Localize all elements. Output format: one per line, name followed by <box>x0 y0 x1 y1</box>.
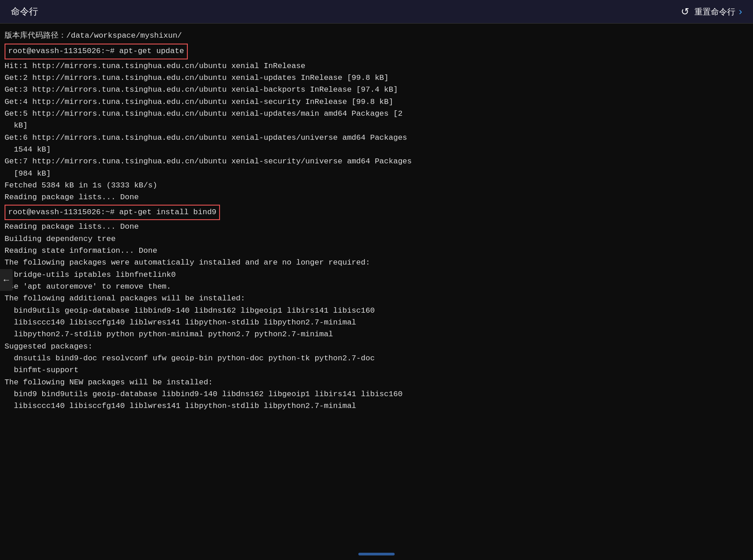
topbar: 命令行 ↺ 重置命令行 › <box>0 0 753 24</box>
output-line: libisccc140 libisccfg140 liblwres141 lib… <box>5 400 748 412</box>
output-line: Hit:1 http://mirrors.tuna.tsinghua.edu.c… <box>5 60 748 72</box>
output-line: The following additional packages will b… <box>5 293 748 305</box>
output-line: Get:6 http://mirrors.tuna.tsinghua.edu.c… <box>5 132 748 144</box>
terminal: 版本库代码路径：/data/workspace/myshixun/ root@e… <box>0 24 753 554</box>
reset-label[interactable]: 重置命令行 <box>694 6 735 17</box>
output-line: Fetched 5384 kB in 1s (3333 kB/s) <box>5 180 748 192</box>
output-line: Get:7 http://mirrors.tuna.tsinghua.edu.c… <box>5 156 748 167</box>
output-line: Get:4 http://mirrors.tuna.tsinghua.edu.c… <box>5 96 748 108</box>
output-line: kB] <box>5 120 748 132</box>
output-line: Get:3 http://mirrors.tuna.tsinghua.edu.c… <box>5 84 748 96</box>
output-block-2: Reading package lists... DoneBuilding de… <box>5 221 748 413</box>
output-line: 1544 kB] <box>5 144 748 156</box>
output-block-1: Hit:1 http://mirrors.tuna.tsinghua.edu.c… <box>5 60 748 204</box>
cmd2-box: root@evassh-11315026:~# apt-get install … <box>5 205 748 221</box>
output-line: The following packages were automaticall… <box>5 257 748 269</box>
cmd2-command: root@evassh-11315026:~# apt-get install … <box>5 205 220 220</box>
output-line: dnsutils bind9-doc resolvconf ufw geoip-… <box>5 353 748 364</box>
output-line: Suggested packages: <box>5 341 748 353</box>
path-line: 版本库代码路径：/data/workspace/myshixun/ <box>5 30 748 42</box>
cmd1-command: root@evassh-11315026:~# apt-get update <box>5 44 188 59</box>
back-button[interactable]: ← <box>0 269 13 291</box>
output-line: [984 kB] <box>5 168 748 180</box>
output-line: Reading package lists... Done <box>5 221 748 233</box>
output-line: binfmt-support <box>5 364 748 376</box>
output-line: bridge-utils iptables libnfnetlink0 <box>5 269 748 281</box>
output-line: bind9utils geoip-database libbind9-140 l… <box>5 305 748 317</box>
output-line: bind9 bind9utils geoip-database libbind9… <box>5 388 748 400</box>
output-line: libpython2.7-stdlib python python-minima… <box>5 329 748 340</box>
output-line: The following NEW packages will be insta… <box>5 377 748 388</box>
output-line: Get:2 http://mirrors.tuna.tsinghua.edu.c… <box>5 72 748 84</box>
output-line: Get:5 http://mirrors.tuna.tsinghua.edu.c… <box>5 108 748 120</box>
topbar-title: 命令行 <box>11 5 38 18</box>
output-line: Reading package lists... Done <box>5 192 748 203</box>
reset-icon: ↺ <box>681 6 689 18</box>
output-line: Reading state information... Done <box>5 245 748 257</box>
output-line: libisccc140 libisccfg140 liblwres141 lib… <box>5 317 748 329</box>
cmd1-box: root@evassh-11315026:~# apt-get update <box>5 44 748 60</box>
forward-icon: › <box>739 6 742 18</box>
output-line: Use 'apt autoremove' to remove them. <box>5 281 748 293</box>
scrollbar[interactable] <box>358 553 395 555</box>
topbar-actions: ↺ 重置命令行 › <box>681 6 742 18</box>
output-line: Building dependency tree <box>5 233 748 245</box>
